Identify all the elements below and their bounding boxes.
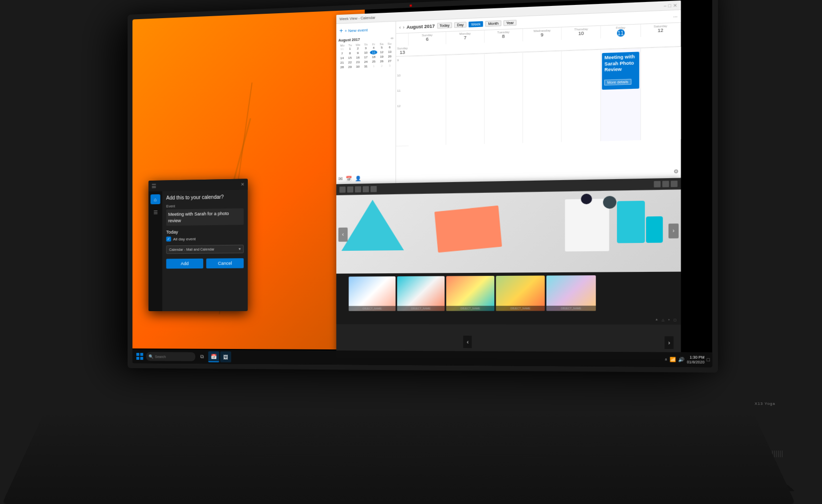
photo-tool-right-1[interactable] [654, 181, 661, 187]
cal-day[interactable]: 31 [362, 64, 370, 69]
year-view-btn[interactable]: Year [504, 20, 517, 26]
cal-day[interactable]: 13 [386, 50, 393, 54]
start-button[interactable] [134, 351, 145, 362]
cal-day[interactable]: 18 [370, 55, 377, 59]
cal-day[interactable]: 12 [378, 50, 385, 54]
cal-day[interactable]: 23 [354, 60, 362, 64]
today-btn[interactable]: Today [437, 23, 452, 29]
photo-thumb-5[interactable]: OBJECT_NAME [546, 275, 596, 311]
week-view-btn[interactable]: Week [468, 21, 483, 27]
taskbar-app-photos[interactable]: 🖼 [220, 351, 231, 362]
taskbar-app-calendar[interactable]: 📅 [208, 351, 219, 362]
cal-day[interactable]: 15 [346, 55, 354, 60]
cal-day[interactable]: 28 [338, 65, 345, 70]
cal-day[interactable]: 27 [386, 59, 393, 63]
more-options-btn[interactable]: ··· [673, 14, 678, 19]
taskbar-clock[interactable]: 1:30 PM 01/8/2020 [687, 355, 705, 365]
cal-day[interactable]: 1 [370, 64, 377, 68]
photo-thumb-1[interactable]: OBJECT_NAME [349, 276, 396, 311]
photo-tool-right-3[interactable] [671, 181, 678, 187]
close-icon[interactable]: ✕ [673, 2, 677, 8]
photo-tool-1[interactable] [340, 186, 346, 193]
cal-day[interactable]: 29 [346, 65, 354, 69]
taskbar-search[interactable]: 🔍 Search [146, 352, 195, 361]
week-col-thursday: Thursday 10 [562, 26, 601, 40]
photo-shape-teal-tri [342, 199, 404, 251]
thumb-label-5: OBJECT_NAME [546, 306, 596, 311]
calendar-dropdown[interactable]: Calendar - Mail and Calendar ▾ [166, 245, 244, 254]
cortana-home-nav[interactable]: ⌂ [151, 194, 160, 204]
minimize-icon[interactable]: − [663, 3, 666, 8]
cal-next[interactable]: › [392, 36, 394, 40]
thumb-label-4: OBJECT_NAME [496, 306, 545, 311]
cal-day[interactable]: 5 [378, 45, 385, 50]
cal-day[interactable]: 6 [386, 45, 393, 50]
cal-day[interactable]: 14 [338, 56, 345, 60]
cal-day[interactable]: 26 [378, 59, 385, 63]
cal-day-today[interactable]: 11 [370, 50, 377, 54]
notification-icon[interactable]: □ [707, 357, 710, 363]
photo-thumb-2[interactable]: OBJECT_NAME [397, 276, 445, 311]
photo-tool-5[interactable] [371, 186, 377, 192]
cal-day[interactable]: 8 [346, 51, 354, 55]
more-details-btn[interactable]: More details [605, 79, 632, 85]
cortana-date: Today [166, 229, 244, 235]
svg-rect-0 [136, 353, 139, 356]
windows-logo-icon [136, 353, 143, 360]
cal-day[interactable]: 9 [354, 51, 362, 55]
calendar-icon[interactable]: 📅 [345, 176, 352, 182]
photo-tool-2[interactable] [347, 186, 353, 192]
cal-day[interactable]: 20 [386, 54, 393, 59]
cal-day[interactable]: 17 [362, 55, 370, 59]
cal-day[interactable]: 4 [370, 46, 377, 50]
month-view-btn[interactable]: Month [485, 21, 501, 27]
photo-thumb-4[interactable]: OBJECT_NAME [496, 276, 545, 311]
cal-day[interactable]: 24 [362, 60, 370, 64]
cal-day[interactable]: 16 [354, 55, 362, 60]
time-9: 9 [397, 58, 407, 62]
cal-day[interactable]: 21 [338, 60, 345, 65]
photo-tool-4[interactable] [363, 186, 369, 192]
cal-day[interactable]: 1 [346, 47, 354, 51]
calendar-sidebar: + + New event August 2017 ‹ › [336, 22, 396, 185]
cortana-secondary-nav[interactable]: ☰ [151, 207, 160, 217]
cal-day[interactable]: 31 [338, 47, 345, 51]
photo-tool-3[interactable] [355, 186, 361, 192]
cal-day[interactable]: 2 [378, 64, 385, 68]
volume-icon[interactable]: 🔊 [678, 357, 685, 362]
check-icon: ✓ [167, 237, 170, 241]
allday-checkbox[interactable]: ✓ [166, 237, 171, 241]
hamburger-icon[interactable]: ☰ [152, 183, 157, 189]
photo-tool-right-2[interactable] [663, 181, 669, 187]
tray-up-icon[interactable]: ∧ [665, 357, 668, 362]
day-view-btn[interactable]: Day [454, 22, 466, 27]
photo-prev-btn[interactable]: ‹ [338, 227, 347, 241]
new-event-button[interactable]: + + New event [338, 24, 393, 36]
next-week-btn[interactable]: › [403, 25, 404, 30]
photo-thumb-3[interactable]: OBJECT_NAME [446, 276, 494, 311]
taskbar: 🔍 Search ⧉ 📅 🖼 [133, 349, 712, 367]
time-10: 10 [397, 74, 407, 77]
add-button[interactable]: Add [166, 259, 203, 269]
cal-day[interactable]: 3 [386, 63, 393, 68]
email-icon[interactable]: ✉ [338, 176, 342, 182]
cal-day[interactable]: 2 [354, 46, 362, 51]
cortana-close-btn[interactable]: ✕ [240, 182, 244, 187]
calendar-event[interactable]: Meeting with Sarah Photo Review More det… [602, 52, 639, 89]
wifi-icon[interactable]: 📶 [670, 357, 676, 362]
people-icon[interactable]: 👤 [355, 176, 361, 182]
saturday-col [641, 47, 681, 140]
cal-day[interactable]: 22 [346, 60, 354, 65]
cal-day[interactable]: 30 [354, 64, 362, 69]
cal-day[interactable]: 25 [370, 59, 377, 64]
cal-day[interactable]: 3 [362, 46, 370, 51]
photo-next-btn[interactable]: › [668, 223, 679, 238]
cal-day[interactable]: 10 [362, 51, 370, 55]
task-view-button[interactable]: ⧉ [196, 351, 207, 362]
prev-week-btn[interactable]: ‹ [399, 25, 400, 30]
maximize-icon[interactable]: □ [668, 3, 671, 8]
cal-day[interactable]: 7 [338, 52, 345, 56]
week-body: 9 10 11 12 [396, 47, 681, 184]
cal-day[interactable]: 19 [378, 54, 385, 59]
cancel-button[interactable]: Cancel [206, 258, 243, 268]
